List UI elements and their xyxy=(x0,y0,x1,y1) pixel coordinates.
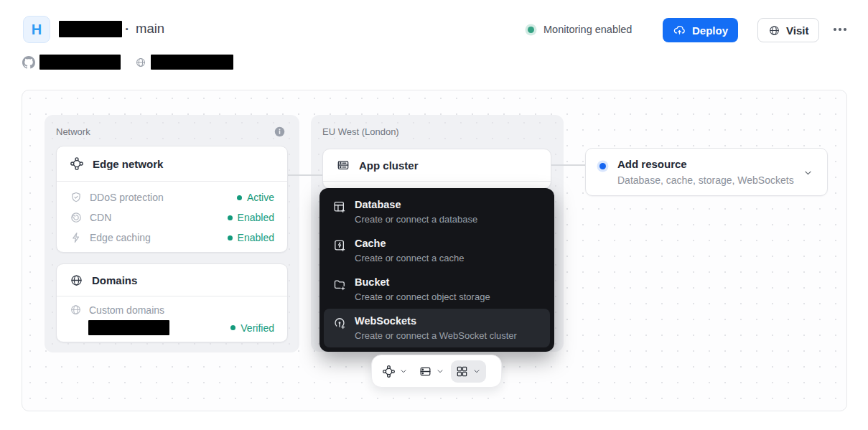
domain-url-redacted xyxy=(151,55,233,70)
more-options-button[interactable] xyxy=(827,22,853,37)
status-dot xyxy=(237,195,242,200)
chevron-down-icon xyxy=(398,366,409,376)
shield-check-icon xyxy=(70,191,83,204)
menu-item-title: Database xyxy=(355,198,477,212)
chevron-down-icon xyxy=(435,366,445,376)
toolbar-grid-view-button[interactable] xyxy=(451,360,486,383)
menu-item-subtitle: Create or connect a database xyxy=(355,214,477,225)
database-add-icon xyxy=(332,200,347,225)
feature-label: Edge caching xyxy=(90,232,151,243)
server-icon xyxy=(336,158,350,172)
status-text: Enabled xyxy=(238,212,274,223)
add-resource-subtitle: Database, cache, storage, WebSockets xyxy=(617,174,794,186)
add-resource-card[interactable]: Add resource Database, cache, storage, W… xyxy=(585,148,828,196)
visit-button[interactable]: Visit xyxy=(757,18,819,42)
status-text: Enabled xyxy=(238,232,274,243)
project-name-redacted xyxy=(59,21,122,37)
status-dot xyxy=(228,215,233,220)
globe-icon xyxy=(768,24,780,37)
chevron-down-icon[interactable] xyxy=(802,167,814,179)
custom-domains-label: Custom domains xyxy=(89,304,164,316)
branch-name: main xyxy=(136,21,164,37)
cdn-icon xyxy=(70,211,83,224)
menu-item-subtitle: Create or connect a WebSocket cluster xyxy=(355,330,517,341)
repo-name-redacted xyxy=(39,55,121,70)
feature-label: DDoS protection xyxy=(90,192,164,203)
app-cluster-card[interactable]: App cluster xyxy=(322,149,551,189)
region-panel-label: EU West (London) xyxy=(322,126,399,137)
status-dot xyxy=(228,235,233,240)
server-icon xyxy=(419,365,432,378)
deploy-button[interactable]: Deploy xyxy=(663,18,738,42)
edge-network-card[interactable]: Edge network DDoS protection Active CDN … xyxy=(56,146,288,253)
visit-button-label: Visit xyxy=(786,24,808,37)
monitoring-status-dot xyxy=(528,27,534,33)
menu-item-title: Bucket xyxy=(355,276,490,289)
menu-item-database[interactable]: Database Create or connect a database xyxy=(324,192,550,231)
bucket-add-icon xyxy=(332,277,347,303)
monitoring-status: Monitoring enabled xyxy=(528,24,632,35)
app-logo[interactable]: H xyxy=(23,16,50,43)
connector-cluster-to-addresource xyxy=(551,164,585,166)
app-logo-letter: H xyxy=(32,22,42,38)
menu-item-websockets[interactable]: WebSockets Create or connect a WebSocket… xyxy=(324,309,550,347)
deploy-button-label: Deploy xyxy=(692,24,728,37)
edge-network-title: Edge network xyxy=(93,158,163,170)
ellipsis-icon xyxy=(834,28,836,31)
edge-network-icon xyxy=(382,365,396,378)
menu-item-title: WebSockets xyxy=(355,314,517,328)
edge-network-icon xyxy=(70,156,84,171)
feature-row-cdn: CDN Enabled xyxy=(70,207,274,228)
toolbar-cluster-view-button[interactable] xyxy=(414,360,449,383)
globe-icon xyxy=(70,304,82,316)
globe-icon xyxy=(70,274,83,287)
menu-item-title: Cache xyxy=(355,237,464,251)
globe-icon xyxy=(135,57,146,68)
add-resource-bullet xyxy=(599,163,606,169)
toolbar-network-view-button[interactable] xyxy=(378,360,413,383)
status-text: Verified xyxy=(241,322,274,334)
title-separator: · xyxy=(125,22,129,37)
menu-item-cache[interactable]: Cache Create or connect a cache xyxy=(324,231,550,270)
info-icon[interactable] xyxy=(274,126,286,141)
menu-item-subtitle: Create or connect object storage xyxy=(355,291,490,302)
domains-card[interactable]: Domains Custom domains Verified xyxy=(56,263,288,342)
status-text: Active xyxy=(247,192,274,203)
monitoring-status-label: Monitoring enabled xyxy=(543,24,632,35)
status-dot xyxy=(230,325,235,330)
feature-row-edge-caching: Edge caching Enabled xyxy=(70,228,274,248)
connector-edge-to-cluster xyxy=(288,174,322,176)
lightning-icon xyxy=(70,231,83,244)
network-panel-label: Network xyxy=(56,126,90,137)
chevron-down-icon xyxy=(472,366,482,376)
menu-item-bucket[interactable]: Bucket Create or connect object storage xyxy=(324,270,550,309)
custom-domain-redacted xyxy=(88,320,169,335)
websockets-add-icon xyxy=(332,316,347,342)
grid-icon xyxy=(455,365,469,378)
cache-add-icon xyxy=(332,238,347,264)
canvas-view-toolbar xyxy=(371,355,502,388)
add-resource-title: Add resource xyxy=(617,158,687,170)
app-cluster-title: App cluster xyxy=(359,159,419,172)
menu-item-subtitle: Create or connect a cache xyxy=(355,253,464,263)
feature-label: CDN xyxy=(90,212,111,223)
feature-row-ddos: DDoS protection Active xyxy=(70,187,274,207)
github-icon xyxy=(22,56,35,72)
add-resource-menu: Database Create or connect a database Ca… xyxy=(319,188,554,352)
cloud-upload-icon xyxy=(673,24,686,37)
domains-title: Domains xyxy=(92,274,137,286)
